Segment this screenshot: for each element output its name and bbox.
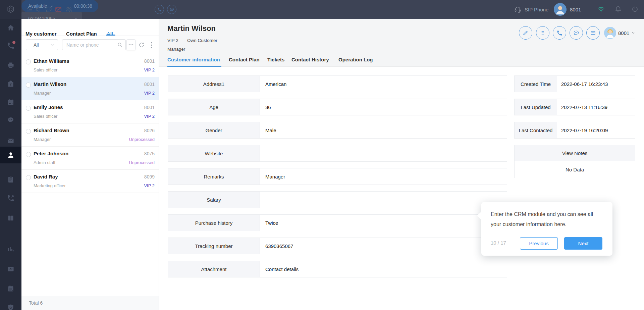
sidebar-item-calls[interactable] (0, 42, 21, 50)
tab-contact-history[interactable]: Contact History (291, 57, 329, 62)
filter-select[interactable]: All (26, 39, 58, 50)
sidebar-item-calendar[interactable] (0, 98, 21, 106)
meta-label: Created Time (515, 76, 557, 92)
customer-role: Manager (34, 91, 51, 96)
field-label: Remarks (168, 168, 260, 185)
customer-role: Sales officer (34, 67, 57, 72)
next-button[interactable]: Next (564, 237, 602, 250)
list-item[interactable]: David Ray 8099 Marketing officer VIP 2 (21, 170, 159, 193)
status-badge: VIP 2 (144, 67, 155, 72)
search-input[interactable] (66, 42, 117, 48)
customer-role: Sales officer (34, 114, 57, 119)
kebab-menu-button[interactable] (149, 41, 154, 49)
field-value: Male (260, 122, 507, 138)
sidebar-item-fax[interactable] (0, 61, 21, 69)
mail-blocked-icon[interactable] (54, 5, 62, 13)
mail-icon (7, 137, 15, 145)
sidebar-item-quality-check[interactable]: Q (0, 303, 21, 310)
mail-icon (590, 30, 596, 36)
field-row: AttachmentContact details (168, 261, 507, 277)
field-label: Address1 (168, 76, 260, 92)
field-value: Contact details (260, 261, 507, 277)
message-circle-icon[interactable] (167, 5, 176, 14)
field-value: Manager (260, 168, 507, 185)
chat-icon[interactable] (45, 5, 53, 13)
customer-name: Martin Wilson (34, 81, 66, 87)
list-item[interactable]: Emily Jones 8001 Sales officer VIP 2 (21, 100, 159, 123)
sidebar-item-tasks[interactable] (0, 175, 21, 184)
customer-number: 8099 (144, 174, 155, 179)
customer-name: David Ray (34, 174, 58, 179)
radio-button[interactable] (26, 106, 31, 111)
refresh-button[interactable] (138, 42, 145, 48)
sidebar-item-call-out[interactable] (0, 194, 21, 202)
sidebar-item-billing[interactable] (0, 80, 21, 88)
power-icon[interactable] (631, 5, 639, 13)
customer-tag-own: Own Customer (187, 38, 217, 43)
assigned-agent-avatar[interactable] (604, 27, 616, 39)
radio-button[interactable] (26, 83, 31, 88)
meta-value: 2022-07-13 11:16:39 (557, 99, 635, 115)
chevron-down-icon (51, 43, 54, 47)
shield-icon: Q (7, 303, 15, 310)
sidebar-item-reports[interactable] (0, 245, 21, 253)
list-icon (539, 30, 546, 36)
bell-icon[interactable] (614, 5, 622, 13)
person-icon (7, 151, 15, 159)
field-row: Tracking number6390365067 (168, 238, 507, 254)
sidebar-item-customers[interactable] (0, 151, 21, 159)
customer-list: Ethan Williams 8001 Sales officer VIP 2 … (21, 54, 159, 193)
field-label: Age (168, 99, 260, 115)
phone-circle-icon[interactable] (155, 5, 164, 14)
bar-chart-icon (7, 245, 15, 253)
sidebar-item-mail[interactable] (0, 137, 21, 145)
sidebar-item-records[interactable] (0, 285, 21, 293)
view-notes-button[interactable]: View Notes (514, 145, 635, 161)
radio-button[interactable] (26, 175, 31, 180)
field-label: Website (168, 145, 260, 161)
list-item[interactable]: Ethan Williams 8001 Sales officer VIP 2 (21, 54, 159, 77)
meta-row: Created Time2022-06-17 16:23:43 (514, 75, 635, 92)
field-value (260, 192, 507, 208)
tab-contact-plan[interactable]: Contact Plan (229, 57, 260, 62)
email-customer-button[interactable] (586, 26, 600, 40)
list-item[interactable]: Martin Wilson 8001 Manager VIP 2 (21, 77, 159, 100)
edit-button[interactable] (519, 26, 532, 40)
customer-fields: Address1American Age36 GenderMale Websit… (168, 75, 507, 284)
radio-button[interactable] (26, 152, 31, 157)
radio-button[interactable] (26, 129, 31, 134)
call-customer-button[interactable] (553, 26, 566, 40)
details-list-button[interactable] (536, 26, 549, 40)
list-item[interactable]: Richard Brown 8026 Manager Unprocessed (21, 123, 159, 147)
customer-role: Manager (34, 137, 51, 142)
sip-phone-indicator[interactable]: SIP Phone (514, 0, 548, 19)
customer-detail-panel: Martin Wilson VIP 2 Own Customer Manager… (159, 19, 644, 310)
meta-value: 2022-06-17 16:23:43 (557, 76, 635, 92)
top-bar: Available 00:00:38 6279410065 SIP Phone … (21, 0, 644, 19)
speaker-icon[interactable] (35, 5, 43, 13)
assigned-agent-select[interactable]: 8001 (618, 26, 635, 40)
tab-operation-log[interactable]: Operation Log (338, 57, 373, 62)
sidebar-item-home[interactable] (0, 24, 21, 32)
agent-avatar[interactable] (554, 3, 567, 16)
search-icon[interactable] (117, 42, 123, 48)
message-customer-button[interactable] (570, 26, 583, 40)
printer-icon (7, 61, 15, 69)
previous-button[interactable]: Previous (520, 237, 558, 250)
queue-icon[interactable] (25, 5, 34, 13)
status-badge: VIP 2 (144, 114, 155, 119)
list-item[interactable]: Peter Johnson 8075 Admin staff Unprocess… (21, 147, 159, 170)
sidebar-item-messages[interactable] (0, 116, 21, 124)
team-icon[interactable] (65, 5, 73, 13)
customer-name: Ethan Williams (34, 58, 69, 64)
status-badge: Unprocessed (129, 160, 155, 165)
kebab-icon (151, 42, 152, 48)
sidebar-item-address-book[interactable] (0, 214, 21, 222)
sidebar-item-monitoring[interactable] (0, 265, 21, 273)
more-filters-button[interactable] (126, 39, 136, 50)
radio-button[interactable] (26, 59, 31, 64)
tab-tickets[interactable]: Tickets (267, 57, 284, 62)
tab-customer-information[interactable]: Customer information (167, 57, 220, 62)
active-tab-underline (167, 66, 221, 67)
field-value: Twice (260, 215, 507, 231)
